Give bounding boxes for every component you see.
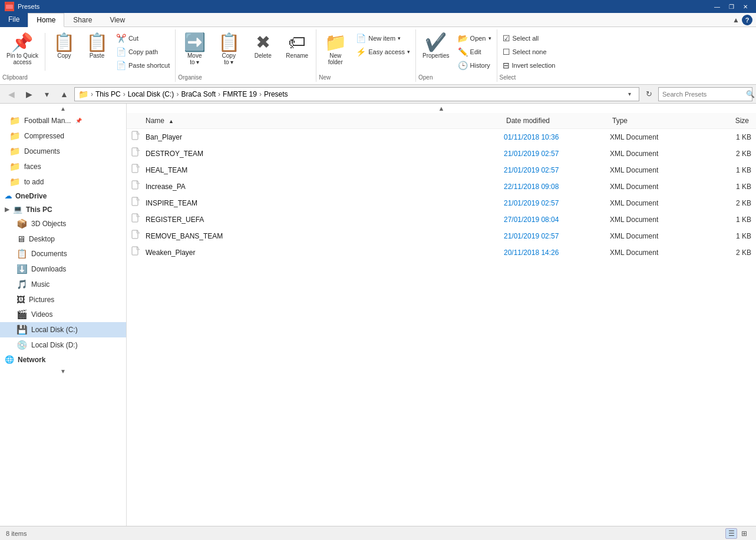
tab-home[interactable]: Home [28, 13, 64, 27]
properties-button[interactable]: ✔️ Properties [418, 31, 454, 62]
forward-button[interactable]: ▶ [21, 87, 37, 101]
close-button[interactable]: ✕ [740, 2, 751, 11]
file-icon [131, 147, 143, 160]
pin-quick-access-button[interactable]: 📌 Pin to Quickaccess [2, 31, 42, 68]
copy-path-label: Copy path [128, 48, 158, 55]
sidebar-item-network[interactable]: 🌐 Network [0, 353, 126, 366]
edit-label: Edit [470, 48, 481, 55]
new-item-button[interactable]: 📄 New item ▾ [353, 32, 413, 45]
table-row[interactable]: Ban_Player 01/11/2018 10:36 XML Document… [127, 129, 756, 145]
invert-selection-icon: ⊟ [503, 61, 510, 70]
sidebar-item-pictures[interactable]: 🖼 Pictures [0, 292, 126, 307]
delete-button[interactable]: ✖ Delete [246, 31, 279, 62]
copy-to-button[interactable]: 📋 Copyto ▾ [212, 31, 245, 68]
table-row[interactable]: Increase_PA 22/11/2018 09:08 XML Documen… [127, 178, 756, 195]
invert-selection-button[interactable]: ⊟ Invert selection [500, 59, 559, 72]
sidebar-scroll-down[interactable]: ▼ [0, 366, 126, 376]
sidebar-item-music[interactable]: 🎵 Music [0, 277, 126, 292]
paste-button[interactable]: 📋 Paste [82, 31, 112, 62]
sidebar-item-football-man[interactable]: 📁 Football Man... 📌 [0, 113, 126, 128]
sidebar-item-label: Local Disk (C:) [31, 326, 78, 334]
edit-button[interactable]: ✏️ Edit [455, 45, 494, 58]
copy-icon: 📋 [53, 34, 75, 51]
sidebar-item-this-pc[interactable]: ▶ 💻 This PC [0, 203, 126, 216]
rename-button[interactable]: 🏷 Rename [280, 31, 313, 62]
sidebar-item-downloads[interactable]: ⬇️ Downloads [0, 261, 126, 277]
copy-button[interactable]: 📋 Copy [48, 31, 81, 62]
details-view-button[interactable]: ☰ [725, 528, 737, 539]
file-type: XML Document [610, 183, 704, 191]
column-name[interactable]: Name ▲ [143, 115, 504, 126]
copy-label: Copy [57, 52, 71, 59]
large-icons-view-button[interactable]: ⊞ [738, 528, 750, 539]
sidebar-item-label: Documents [24, 147, 60, 155]
address-braca-soft[interactable]: BraCa Soft [181, 90, 216, 98]
table-row[interactable]: DESTROY_TEAM 21/01/2019 02:57 XML Docume… [127, 145, 756, 162]
view-buttons: ☰ ⊞ [725, 528, 750, 539]
sidebar-item-documents-quick[interactable]: 📁 Documents [0, 144, 126, 159]
refresh-button[interactable]: ↻ [642, 87, 656, 101]
tab-share[interactable]: Share [64, 13, 101, 27]
title-bar-title: Presets [18, 3, 39, 10]
help-button[interactable]: ? [742, 15, 752, 25]
properties-icon: ✔️ [425, 34, 447, 51]
ribbon-collapse-button[interactable]: ▲ [732, 16, 740, 24]
table-row[interactable]: HEAL_TEAM 21/01/2019 02:57 XML Document … [127, 162, 756, 178]
address-this-pc[interactable]: This PC [95, 90, 121, 98]
history-button[interactable]: 🕒 History [455, 59, 494, 72]
sidebar: ▲ 📁 Football Man... 📌 📁 Compressed 📁 Doc… [0, 104, 127, 526]
address-fmrte19[interactable]: FMRTE 19 [223, 90, 257, 98]
minimize-button[interactable]: — [711, 2, 723, 11]
sidebar-item-label: Pictures [29, 296, 54, 304]
new-folder-button[interactable]: 📁 Newfolder [319, 31, 352, 68]
cut-button[interactable]: ✂️ Cut [113, 32, 173, 45]
address-presets[interactable]: Presets [264, 90, 288, 98]
column-date[interactable]: Date modified [504, 115, 610, 126]
file-area: ▲ Name ▲ Date modified Type Size Ban_Pla… [127, 104, 756, 526]
recent-locations-button[interactable]: ▾ [39, 87, 54, 101]
open-button[interactable]: 📂 Open ▾ [455, 32, 494, 45]
back-button[interactable]: ◀ [4, 87, 19, 101]
sort-collapse-button[interactable]: ▲ [127, 104, 756, 113]
sidebar-item-3d-objects[interactable]: 📦 3D Objects [0, 216, 126, 231]
sidebar-scroll-up[interactable]: ▲ [0, 104, 126, 113]
table-row[interactable]: Weaken_Player 20/11/2018 14:26 XML Docum… [127, 244, 756, 261]
column-size[interactable]: Size [704, 115, 751, 126]
table-row[interactable]: INSPIRE_TEAM 21/01/2019 02:57 XML Docume… [127, 195, 756, 211]
file-icon [131, 197, 143, 209]
move-to-button[interactable]: ➡️ Moveto ▾ [178, 31, 211, 68]
sidebar-item-compressed[interactable]: 📁 Compressed [0, 128, 126, 144]
up-button[interactable]: ▲ [57, 87, 72, 101]
sidebar-item-onedrive[interactable]: ☁ OneDrive [0, 190, 126, 203]
address-local-disk-c[interactable]: Local Disk (C:) [128, 90, 174, 98]
sidebar-item-faces[interactable]: 📁 faces [0, 159, 126, 174]
desktop-icon: 🖥 [16, 234, 25, 244]
copy-path-button[interactable]: 📄 Copy path [113, 45, 173, 58]
sidebar-item-videos[interactable]: 🎬 Videos [0, 307, 126, 322]
sidebar-item-local-disk-c[interactable]: 💾 Local Disk (C:) [0, 322, 126, 337]
organise-group-label: Organise [178, 74, 313, 81]
sidebar-item-to-add[interactable]: 📁 to add [0, 174, 126, 190]
file-icon [131, 131, 143, 143]
sidebar-item-documents[interactable]: 📋 Documents [0, 246, 126, 261]
sidebar-item-label: Desktop [29, 235, 55, 243]
tab-view[interactable]: View [101, 13, 134, 27]
tab-file[interactable]: File [0, 13, 28, 27]
address-folder-icon: 📁 [78, 90, 88, 99]
paste-shortcut-button[interactable]: 📄 Paste shortcut [113, 59, 173, 72]
sidebar-item-local-disk-d[interactable]: 💿 Local Disk (D:) [0, 337, 126, 353]
file-date: 21/01/2019 02:57 [504, 199, 610, 207]
sidebar-item-desktop[interactable]: 🖥 Desktop [0, 231, 126, 246]
address-dropdown-button[interactable]: ▾ [623, 87, 635, 101]
address-bar[interactable]: 📁 › This PC › Local Disk (C:) › BraCa So… [74, 87, 639, 101]
select-all-button[interactable]: ☑ Select all [500, 32, 559, 45]
select-none-button[interactable]: ☐ Select none [500, 45, 559, 58]
easy-access-button[interactable]: ⚡ Easy access ▾ [353, 45, 413, 58]
file-type: XML Document [610, 249, 704, 257]
table-row[interactable]: REMOVE_BANS_TEAM 21/01/2019 02:57 XML Do… [127, 228, 756, 244]
search-input[interactable] [662, 91, 744, 98]
open-label: Open [470, 35, 486, 42]
table-row[interactable]: REGISTER_UEFA 27/01/2019 08:04 XML Docum… [127, 211, 756, 228]
maximize-button[interactable]: ❐ [725, 2, 737, 11]
column-type[interactable]: Type [610, 115, 704, 126]
